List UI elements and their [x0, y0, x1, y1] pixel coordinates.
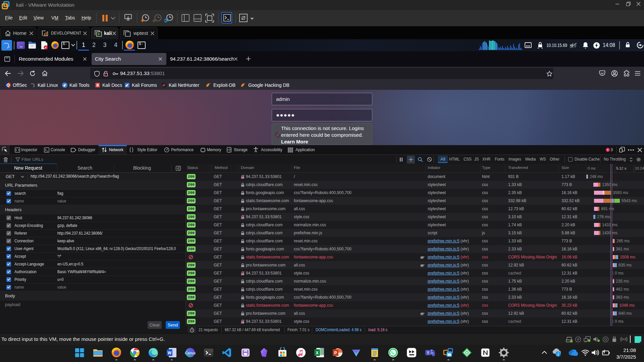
svg-text:T: T — [427, 351, 429, 355]
svg-text:P: P — [334, 351, 337, 355]
svg-text:Canva: Canva — [185, 351, 196, 355]
svg-text:X: X — [316, 351, 318, 355]
svg-text:W: W — [168, 351, 172, 355]
